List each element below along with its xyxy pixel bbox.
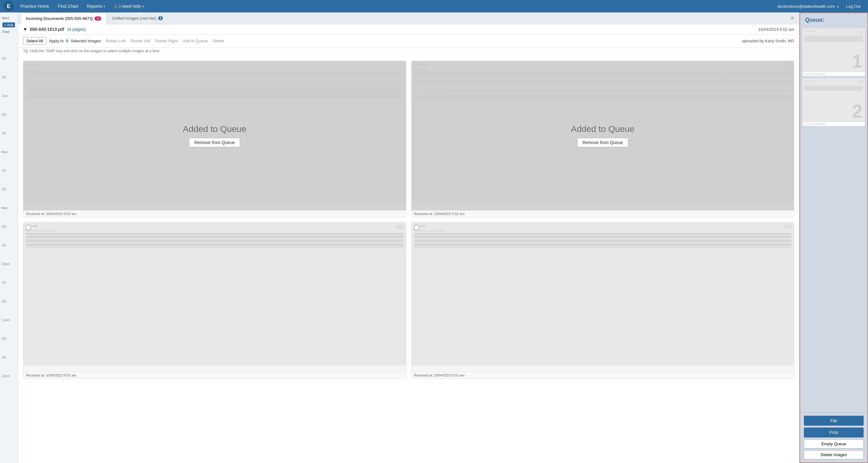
remove-from-queue-button[interactable]: Remove from Queue bbox=[577, 138, 628, 147]
queue-item[interactable]: TEST, PATIENT Final TEST, DOCTOR 2 bbox=[803, 78, 865, 126]
time-label: 11am bbox=[0, 318, 18, 336]
added-to-queue-text: Added to Queue bbox=[571, 124, 634, 134]
time-label: :40 bbox=[0, 243, 18, 261]
print-button[interactable]: Print bbox=[804, 428, 864, 437]
pdf-title: ▼ 888-849-1819.pdf (4 pages) bbox=[23, 27, 86, 32]
nav-user-email[interactable]: doctordemo@elationhealth.com ▾ bbox=[774, 4, 842, 9]
time-labels: :20 :40 7am :20 :40 8am :20 :40 9am :20 … bbox=[0, 37, 18, 463]
time-label: :40 bbox=[0, 131, 18, 150]
toolbar: Select All Apply to 0 Selected Images: R… bbox=[18, 35, 799, 47]
nav-logout[interactable]: Log Out bbox=[842, 4, 864, 9]
user-arrow-icon: ▾ bbox=[837, 5, 839, 8]
time-label: :40 bbox=[0, 75, 18, 93]
delete-images-button[interactable]: Delete Images bbox=[804, 450, 864, 459]
queue-item-preview: TEST, PATIENT Final TEST, DOCTOR bbox=[803, 28, 865, 72]
calendar-sidebar: Wed, + Add Find :20 :40 7am :20 :40 8am … bbox=[0, 12, 18, 463]
time-label: 12pm bbox=[0, 373, 18, 392]
doc-preview[interactable]: TEST, TEST Final DOB: 01/15/1952 Age: 57… bbox=[23, 223, 406, 366]
uploaded-by-text: uploaded by Karly Smith, MD bbox=[742, 39, 794, 43]
images-grid: TEST, PATIENT Final TEST, DOCTOR Test Na… bbox=[18, 56, 799, 384]
time-label: :20 bbox=[0, 280, 18, 299]
card-footer: Received at: 10/04/2023 6:52 am bbox=[23, 210, 406, 217]
queue-overlay: Added to Queue Remove from Queue bbox=[411, 61, 794, 210]
apply-text: Apply to 0 Selected Images: bbox=[49, 39, 102, 43]
app-logo[interactable]: E bbox=[4, 1, 14, 11]
remove-from-queue-button[interactable]: Remove from Queue bbox=[189, 138, 240, 147]
tip-text: Tip: Hold the "Shift" key and click on t… bbox=[18, 47, 799, 56]
image-card: TEST, PATIENT Final TEST, DOCTOR Test Na… bbox=[23, 61, 406, 217]
rotate-180-button[interactable]: Rotate 180 bbox=[129, 38, 152, 44]
image-select-checkbox[interactable] bbox=[414, 225, 419, 230]
queue-item-footer: Received at: 10/04/2023... bbox=[803, 122, 865, 126]
calendar-top: Wed, + Add Find bbox=[0, 12, 18, 37]
image-card: TEST, TEST Final DOB: 03/25/1952 Age: 57… bbox=[411, 222, 795, 379]
rotate-left-button[interactable]: Rotate Left bbox=[104, 38, 127, 44]
queue-overlay: Added to Queue Remove from Queue bbox=[23, 61, 406, 210]
tabs-row: Incoming Documents (555-555-9873) 12 Unf… bbox=[18, 12, 799, 24]
time-label: 9am bbox=[0, 205, 18, 224]
add-to-queue-button[interactable]: Add to Queue bbox=[182, 38, 209, 44]
time-label: 8am bbox=[0, 150, 18, 168]
delete-button[interactable]: Delete bbox=[211, 38, 226, 44]
reports-arrow-icon: ▾ bbox=[103, 5, 105, 8]
warning-icon: ⚠ bbox=[114, 3, 118, 9]
card-footer: Received at: 10/04/2023 6:52 am bbox=[411, 210, 794, 217]
select-all-button[interactable]: Select All bbox=[23, 37, 46, 45]
find-appointment[interactable]: Find bbox=[1, 29, 17, 35]
queue-actions: File Print Empty Queue Delete Images bbox=[800, 412, 867, 462]
image-card: TEST, PATIENT Final TEST, DOCTOR Test Na… bbox=[411, 61, 795, 217]
selected-count: 0 bbox=[66, 39, 68, 43]
top-nav: E Practice Home Find Chart Reports ▾ ⚠ I… bbox=[0, 0, 868, 12]
nav-reports[interactable]: Reports ▾ bbox=[83, 0, 109, 12]
queue-item-number: 1 bbox=[852, 52, 862, 71]
image-select-checkbox[interactable] bbox=[26, 225, 31, 230]
card-footer: Received at: 10/04/2023 6:52 am bbox=[23, 372, 406, 378]
pdf-arrow-icon: ▼ bbox=[23, 27, 27, 32]
empty-queue-button[interactable]: Empty Queue bbox=[804, 439, 864, 449]
card-footer: Received at: 10/04/2023 6:52 am bbox=[411, 372, 794, 378]
file-button[interactable]: File bbox=[804, 416, 864, 426]
rotate-right-button[interactable]: Rotate Right bbox=[154, 38, 179, 44]
main-area: Wed, + Add Find :20 :40 7am :20 :40 8am … bbox=[0, 12, 868, 463]
time-label: 10am bbox=[0, 261, 18, 280]
tab-label: Incoming Documents (555-555-9873) bbox=[26, 16, 93, 21]
pdf-header: ▼ 888-849-1819.pdf (4 pages) 10/04/2023 … bbox=[18, 24, 799, 35]
nav-practice-home[interactable]: Practice Home bbox=[16, 0, 54, 12]
tab-label: Unfiled Images (non-fax) bbox=[112, 16, 156, 21]
time-label: :20 bbox=[0, 112, 18, 131]
time-label: 7am bbox=[0, 93, 18, 112]
queue-items: TEST, PATIENT Final TEST, DOCTOR bbox=[800, 26, 867, 412]
queue-item[interactable]: TEST, PATIENT Final TEST, DOCTOR bbox=[803, 28, 865, 76]
add-appointment-button[interactable]: + Add bbox=[2, 23, 15, 27]
time-label: :20 bbox=[0, 56, 18, 75]
queue-item-number: 2 bbox=[852, 102, 862, 121]
nav-help[interactable]: ⚠ I need help ▾ bbox=[109, 0, 148, 12]
queue-title: Queue: bbox=[800, 13, 867, 26]
pdf-filename: 888-849-1819.pdf bbox=[30, 27, 64, 32]
pdf-pages-link[interactable]: (4 pages) bbox=[67, 27, 86, 32]
time-label bbox=[0, 37, 18, 56]
time-label: :20 bbox=[0, 336, 18, 355]
queue-panel: Queue: TEST, PATIENT Final TEST, DOCTOR bbox=[800, 12, 868, 463]
close-panel-button[interactable]: ✕ bbox=[788, 14, 797, 23]
time-label: :40 bbox=[0, 355, 18, 373]
queue-item-footer: Received at: 10/04/2023... bbox=[803, 72, 865, 76]
incoming-docs-badge: 12 bbox=[95, 16, 101, 21]
help-arrow-icon: ▾ bbox=[142, 5, 144, 8]
time-label: :40 bbox=[0, 187, 18, 205]
document-panel: Incoming Documents (555-555-9873) 12 Unf… bbox=[18, 12, 800, 463]
added-to-queue-text: Added to Queue bbox=[183, 124, 246, 134]
image-card: TEST, TEST Final DOB: 01/15/1952 Age: 57… bbox=[23, 222, 406, 379]
queue-item-preview: TEST, PATIENT Final TEST, DOCTOR 2 bbox=[803, 78, 865, 122]
time-label: :40 bbox=[0, 299, 18, 318]
doc-preview[interactable]: TEST, TEST Final DOB: 03/25/1952 Age: 57… bbox=[411, 223, 794, 366]
nav-find-chart[interactable]: Find Chart bbox=[54, 0, 83, 12]
unfiled-images-badge: 2 bbox=[158, 16, 163, 20]
tab-incoming-documents[interactable]: Incoming Documents (555-555-9873) 12 bbox=[21, 13, 106, 24]
pdf-timestamp: 10/04/2023 6:52 am bbox=[758, 27, 794, 32]
time-label: :20 bbox=[0, 224, 18, 243]
tab-unfiled-images[interactable]: Unfiled Images (non-fax) 2 bbox=[106, 12, 168, 24]
time-label: :20 bbox=[0, 168, 18, 187]
